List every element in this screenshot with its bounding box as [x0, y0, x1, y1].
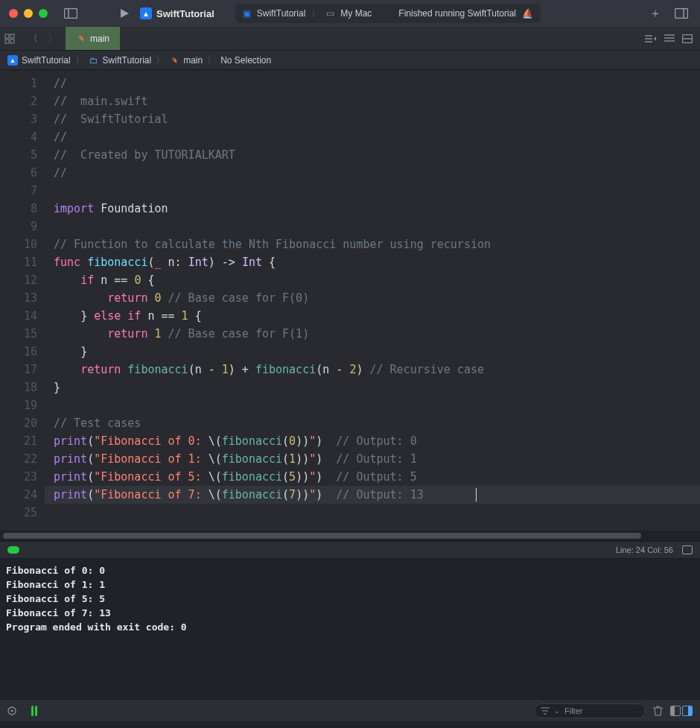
filter-placeholder: Filter: [564, 706, 582, 715]
toggle-navigator-button[interactable]: [61, 4, 80, 23]
code-line[interactable]: print("Fibonacci of 1: \(fibonacci(1))")…: [45, 450, 700, 468]
tab-label: main: [90, 34, 109, 44]
horizontal-scrollbar[interactable]: [0, 531, 700, 541]
code-line[interactable]: // main.swift: [45, 92, 700, 110]
line-number: 24: [0, 486, 37, 504]
minimap-toggle-button[interactable]: [682, 545, 693, 554]
code-line[interactable]: import Foundation: [45, 200, 700, 218]
svg-rect-16: [35, 706, 37, 716]
jumpbar-folder-label: SwiftTutorial: [103, 55, 152, 66]
add-editor-below-button[interactable]: [682, 34, 693, 43]
code-line[interactable]: // SwiftTutorial: [45, 110, 700, 128]
nav-back-button[interactable]: 〈: [24, 32, 42, 45]
scrollbar-thumb[interactable]: [3, 533, 641, 539]
window-titlebar: ▲ SwiftTutorial ▣ SwiftTutorial 〉 ▭ My M…: [0, 0, 700, 27]
clear-console-button[interactable]: [653, 706, 663, 716]
line-number: 15: [0, 325, 37, 343]
jumpbar-project[interactable]: ▲ SwiftTutorial: [7, 55, 71, 66]
code-line[interactable]: return 1 // Base case for F(1): [45, 325, 700, 343]
code-line[interactable]: if n == 0 {: [45, 271, 700, 289]
code-line[interactable]: //: [45, 75, 700, 92]
activity-status-bar[interactable]: ▣ SwiftTutorial 〉 ▭ My Mac Finished runn…: [235, 4, 541, 23]
add-editor-button[interactable]: ＋: [645, 6, 666, 22]
line-number: 17: [0, 361, 37, 379]
code-line[interactable]: print("Fibonacci of 7: \(fibonacci(7))")…: [45, 486, 700, 504]
jump-bar[interactable]: ▲ SwiftTutorial 〉 🗀 SwiftTutorial 〉 main…: [0, 51, 700, 70]
code-line[interactable]: [45, 182, 700, 200]
line-number: 4: [0, 128, 37, 146]
code-line[interactable]: // Test cases: [45, 414, 700, 432]
scheme-icon: ▣: [243, 8, 251, 19]
status-message: Finished running SwiftTutorial: [398, 8, 516, 19]
nav-forward-button[interactable]: 〉: [43, 32, 61, 45]
maximize-window-button[interactable]: [39, 9, 48, 18]
jumpbar-file-label: main: [183, 55, 203, 66]
minimize-window-button[interactable]: [24, 9, 33, 18]
line-number: 11: [0, 253, 37, 271]
jumpbar-selection[interactable]: No Selection: [220, 55, 271, 66]
breakpoints-button[interactable]: [30, 706, 39, 716]
code-line[interactable]: }: [45, 343, 700, 361]
line-number: 2: [0, 92, 37, 110]
jumpbar-project-label: SwiftTutorial: [22, 55, 71, 66]
code-line[interactable]: func fibonacci(_ n: Int) -> Int {: [45, 253, 700, 271]
chevron-down-icon: ⌄: [554, 707, 560, 715]
line-number: 1: [0, 75, 37, 92]
code-line[interactable]: return fibonacci(n - 1) + fibonacci(n - …: [45, 361, 700, 379]
svg-rect-0: [65, 9, 77, 19]
filter-icon: [541, 707, 550, 715]
line-number: 5: [0, 146, 37, 164]
jumpbar-folder[interactable]: 🗀 SwiftTutorial: [89, 55, 152, 66]
line-number: 9: [0, 218, 37, 235]
source-code-area[interactable]: //// main.swift// SwiftTutorial//// Crea…: [45, 70, 700, 531]
code-line[interactable]: //: [45, 128, 700, 146]
editor-options-button[interactable]: [645, 34, 657, 43]
svg-rect-6: [5, 39, 9, 43]
code-line[interactable]: [45, 504, 700, 522]
code-line[interactable]: print("Fibonacci of 0: \(fibonacci(0))")…: [45, 432, 700, 450]
line-number: 22: [0, 450, 37, 468]
code-line[interactable]: // Created by TUTORIALKART: [45, 146, 700, 164]
line-number: 16: [0, 343, 37, 361]
scheme-selector[interactable]: ▲ SwiftTutorial: [140, 7, 214, 19]
code-line[interactable]: //: [45, 164, 700, 182]
related-items-button[interactable]: [4, 34, 22, 44]
chevron-right-icon: 〉: [311, 7, 320, 20]
auto-toggle-button[interactable]: [7, 706, 19, 715]
adjust-editors-button[interactable]: [664, 34, 675, 43]
folder-icon: 🗀: [89, 55, 99, 66]
scheme-name: SwiftTutorial: [156, 8, 214, 19]
status-scheme: SwiftTutorial: [257, 8, 306, 19]
code-line[interactable]: print("Fibonacci of 5: \(fibonacci(5))")…: [45, 468, 700, 486]
console-pane-toggle[interactable]: [682, 706, 693, 716]
jumpbar-file[interactable]: main: [169, 55, 203, 66]
run-button[interactable]: [115, 4, 134, 23]
toggle-inspector-button[interactable]: [672, 4, 691, 23]
debug-console[interactable]: Fibonacci of 0: 0 Fibonacci of 1: 1 Fibo…: [0, 559, 700, 699]
code-line[interactable]: return 0 // Base case for F(0): [45, 289, 700, 307]
editor-tab-bar: 〈 〉 main: [0, 27, 700, 51]
close-window-button[interactable]: [9, 9, 18, 18]
code-line[interactable]: // Function to calculate the Nth Fibonac…: [45, 235, 700, 253]
code-line[interactable]: [45, 396, 700, 414]
cursor-position: Line: 24 Col: 56: [616, 545, 673, 554]
line-number: 21: [0, 432, 37, 450]
status-activity-icon: ⛵: [522, 8, 533, 19]
variables-pane-toggle[interactable]: [670, 706, 681, 716]
tab-main[interactable]: main: [66, 27, 120, 50]
svg-rect-4: [5, 34, 9, 38]
chevron-right-icon: 〉: [156, 54, 165, 66]
line-number: 8: [0, 200, 37, 218]
line-number: 3: [0, 110, 37, 128]
code-line[interactable]: }: [45, 379, 700, 396]
console-filter-input[interactable]: ⌄ Filter: [534, 703, 646, 718]
line-number: 12: [0, 271, 37, 289]
svg-rect-5: [10, 34, 14, 38]
line-number: 20: [0, 414, 37, 432]
code-line[interactable]: } else if n == 1 {: [45, 307, 700, 325]
line-number: 23: [0, 468, 37, 486]
source-editor[interactable]: 1234567891011121314151617181920212223242…: [0, 70, 700, 531]
code-line[interactable]: [45, 218, 700, 235]
swift-file-icon: [169, 55, 179, 66]
line-number: 19: [0, 396, 37, 414]
